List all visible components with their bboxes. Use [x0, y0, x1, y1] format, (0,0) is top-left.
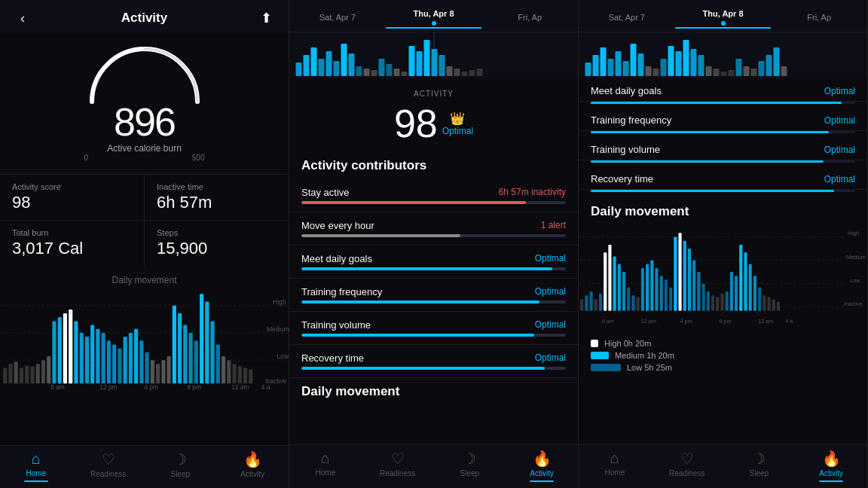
metric-train-freq-value: Optimal [824, 115, 855, 126]
date-nav-prev-2[interactable]: Sat, Apr 7 [289, 8, 386, 25]
svg-text:12 pm: 12 pm [99, 384, 117, 391]
svg-rect-32 [139, 340, 143, 383]
svg-text:4 pm: 4 pm [145, 384, 158, 391]
svg-rect-36 [161, 360, 165, 383]
sleep-icon-3: ☽ [752, 450, 766, 468]
svg-rect-123 [594, 299, 598, 311]
svg-rect-41 [189, 333, 193, 383]
svg-rect-42 [194, 340, 198, 383]
svg-rect-105 [736, 59, 742, 76]
svg-rect-156 [749, 264, 752, 311]
activity-score-row: 98 👑 Optimal [301, 101, 566, 146]
legend-medium: Medium 1h 20m [591, 351, 855, 360]
nav-readiness-1[interactable]: ♡ Readiness [72, 450, 145, 482]
nav-readiness-2[interactable]: ♡ Readiness [362, 450, 434, 482]
svg-rect-76 [424, 40, 430, 76]
nav-activity-1[interactable]: 🔥 Activity [216, 450, 289, 482]
contributor-recovery: Recovery time Optimal [289, 345, 578, 378]
nav-activity-2[interactable]: 🔥 Activity [506, 450, 578, 482]
svg-rect-135 [650, 261, 653, 311]
nav-sleep-3[interactable]: ☽ Sleep [723, 450, 796, 482]
contributor-recovery-top: Recovery time Optimal [301, 352, 566, 364]
date-nav-next-2[interactable]: Fri, Ap [481, 8, 578, 25]
legend-high-dot [591, 340, 598, 347]
svg-rect-44 [205, 302, 209, 384]
svg-rect-23 [90, 325, 94, 384]
svg-rect-148 [711, 295, 714, 311]
date-nav-current-3[interactable]: Thu, Apr 8 [675, 5, 772, 29]
nav-sleep-label-3: Sleep [750, 469, 769, 477]
contributor-move-bar [301, 234, 460, 237]
contributor-stay-active-value: 6h 57m inactivity [499, 187, 566, 198]
svg-text:Medium: Medium [267, 326, 289, 333]
svg-rect-33 [145, 352, 149, 383]
svg-rect-98 [683, 40, 689, 76]
svg-rect-61 [311, 47, 317, 76]
date-nav-prev-3[interactable]: Sat, Apr 7 [579, 8, 675, 25]
svg-rect-84 [434, 32, 435, 78]
svg-text:12 am: 12 am [758, 318, 773, 325]
nav-sleep-2[interactable]: ☽ Sleep [434, 450, 506, 482]
activity-icon-3: 🔥 [822, 450, 841, 468]
svg-rect-59 [296, 63, 302, 76]
date-nav-next-3[interactable]: Fri, Ap [771, 8, 867, 25]
nav-activity-label-1: Activity [240, 470, 264, 478]
svg-rect-102 [714, 69, 720, 76]
svg-rect-136 [655, 268, 658, 311]
svg-rect-106 [744, 66, 750, 76]
share-icon[interactable]: ⬆ [255, 10, 277, 26]
contributor-move-value: 1 alert [541, 220, 566, 231]
svg-rect-11 [25, 365, 29, 383]
svg-rect-104 [729, 70, 735, 76]
date-prev-label-2: Sat, Apr 7 [319, 13, 356, 22]
nav-activity-3[interactable]: 🔥 Activity [795, 450, 867, 482]
movement-legend: High 0h 20m Medium 1h 20m Low 5h 25m [579, 333, 867, 378]
svg-rect-68 [364, 69, 370, 76]
svg-rect-95 [661, 59, 667, 76]
nav-home-1[interactable]: ⌂ Home [0, 450, 72, 482]
metric-train-freq-name: Training frequency [591, 114, 671, 126]
back-icon[interactable]: ‹ [12, 11, 33, 26]
bottom-nav-1: ⌂ Home ♡ Readiness ☽ Sleep 🔥 Activity [0, 445, 289, 488]
svg-rect-8 [8, 364, 12, 383]
nav-sleep-1[interactable]: ☽ Sleep [145, 450, 217, 482]
svg-rect-65 [341, 44, 347, 76]
svg-rect-161 [772, 299, 775, 311]
svg-rect-144 [692, 261, 695, 311]
contributor-train-freq: Training frequency Optimal [289, 279, 578, 312]
svg-rect-103 [721, 72, 727, 76]
svg-rect-15 [47, 356, 50, 383]
nav-home-3[interactable]: ⌂ Home [579, 450, 651, 482]
svg-rect-83 [477, 69, 483, 76]
svg-rect-89 [616, 51, 622, 76]
svg-rect-74 [409, 46, 415, 76]
activity-status: 👑 Optimal [442, 111, 473, 136]
contributor-stay-active-bar [301, 201, 526, 204]
legend-low-text: Low 5h 25m [627, 363, 672, 372]
stat-burn-value: 3,017 Cal [12, 239, 132, 258]
svg-rect-137 [660, 276, 663, 311]
activity-icon-1: 🔥 [243, 450, 262, 468]
svg-rect-153 [735, 276, 738, 311]
contributor-vol-top: Training volume Optimal [301, 319, 566, 331]
svg-rect-70 [379, 59, 385, 76]
date-nav-3: Sat, Apr 7 Thu, Apr 8 Fri, Ap [579, 0, 867, 32]
contributor-daily-top: Meet daily goals Optimal [301, 253, 566, 264]
svg-rect-159 [763, 295, 766, 311]
svg-rect-71 [387, 64, 393, 76]
date-nav-current-2[interactable]: Thu, Apr 8 [386, 5, 482, 29]
metric-recovery-bar [591, 190, 834, 192]
svg-rect-152 [730, 272, 733, 311]
gauge-arc-svg [84, 45, 205, 105]
nav-readiness-3[interactable]: ♡ Readiness [651, 450, 723, 482]
svg-rect-100 [698, 55, 704, 76]
bar-chart-svg-1: High Medium Low Inactive [0, 290, 289, 392]
date-nav-2: Sat, Apr 7 Thu, Apr 8 Fri, Ap [289, 0, 578, 32]
svg-rect-132 [637, 297, 640, 311]
top-chart-3 [579, 32, 867, 78]
nav-home-2[interactable]: ⌂ Home [289, 450, 362, 482]
svg-text:8 pm: 8 pm [187, 384, 200, 391]
metric-daily-goals: Meet daily goals Optimal [579, 78, 867, 102]
svg-rect-108 [759, 61, 765, 76]
svg-rect-43 [200, 294, 203, 383]
